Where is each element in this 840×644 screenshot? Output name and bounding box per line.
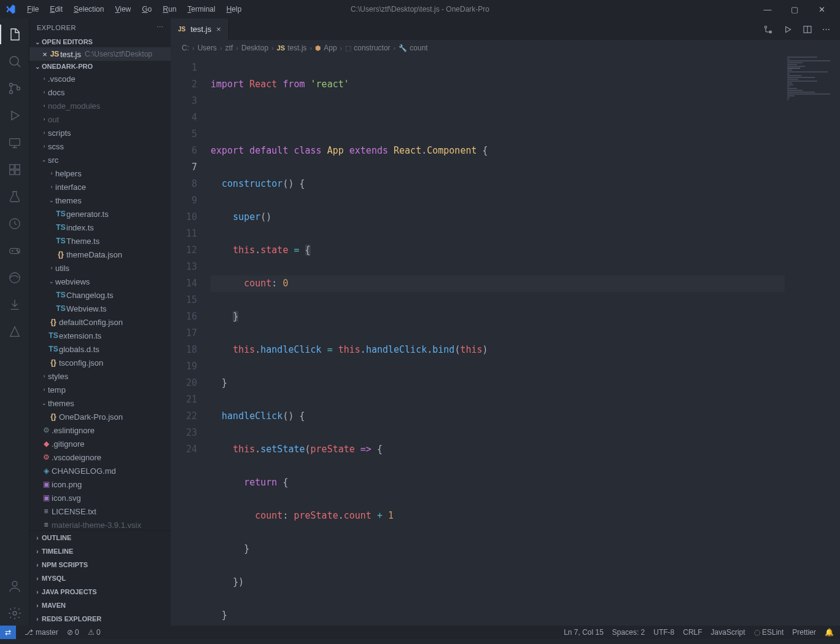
- language-mode[interactable]: JavaScript: [711, 628, 745, 637]
- tree-folder[interactable]: ⌄themes: [29, 194, 171, 207]
- breadcrumb-item[interactable]: C:: [182, 44, 189, 52]
- close-window-button[interactable]: ✕: [813, 5, 830, 14]
- extensions-icon[interactable]: [0, 157, 29, 182]
- section-timeline[interactable]: ›TIMELINE: [29, 544, 171, 558]
- section-mysql[interactable]: ›MYSQL: [29, 571, 171, 585]
- tree-file[interactable]: {}tsconfig.json: [29, 356, 171, 369]
- prettier-status[interactable]: Prettier: [792, 628, 816, 637]
- errors-count[interactable]: ⊘ 0: [67, 628, 79, 637]
- eslint-status[interactable]: ◌ ESLint: [754, 628, 784, 637]
- tree-file[interactable]: ≡material-theme-3.9.1.vsix: [29, 518, 171, 530]
- remote-icon[interactable]: [0, 130, 29, 155]
- indentation[interactable]: Spaces: 2: [612, 628, 645, 637]
- section-redis-explorer[interactable]: ›REDIS EXPLORER: [29, 612, 171, 626]
- split-editor-icon[interactable]: [803, 25, 812, 34]
- tree-folder[interactable]: ⌄webviews: [29, 275, 171, 288]
- breadcrumb-item[interactable]: ⬚constructor: [345, 44, 390, 52]
- git-branch[interactable]: ⎇ master: [25, 628, 58, 637]
- breadcrumb-item[interactable]: 🔧count: [399, 44, 427, 52]
- tree-file[interactable]: TSextension.ts: [29, 329, 171, 342]
- edge-icon[interactable]: [0, 265, 29, 290]
- tree-folder[interactable]: ›.vscode: [29, 72, 171, 85]
- menu-view[interactable]: View: [110, 2, 136, 16]
- sidebar-more-icon[interactable]: ⋯: [157, 23, 164, 31]
- close-tab-icon[interactable]: ×: [216, 25, 221, 34]
- tree-file[interactable]: ▣icon.svg: [29, 491, 171, 505]
- tree-folder[interactable]: ›utils: [29, 261, 171, 275]
- open-editors-header[interactable]: ⌄OPEN EDITORS: [29, 36, 171, 47]
- tree-file[interactable]: TSChangelog.ts: [29, 288, 171, 302]
- menu-edit[interactable]: Edit: [45, 2, 68, 16]
- notifications-bell-icon[interactable]: 🔔: [825, 628, 834, 637]
- tree-folder[interactable]: ›temp: [29, 383, 171, 396]
- accounts-icon[interactable]: [0, 574, 29, 599]
- tree-file[interactable]: ▣icon.png: [29, 477, 171, 491]
- maximize-button[interactable]: ▢: [786, 5, 803, 14]
- menu-run[interactable]: Run: [158, 2, 181, 16]
- tab-testjs[interactable]: JS test.js ×: [171, 18, 229, 40]
- breadcrumb-item[interactable]: Users: [198, 44, 217, 52]
- testing-icon[interactable]: [0, 184, 29, 209]
- tree-folder[interactable]: ›scripts: [29, 126, 171, 139]
- minimap[interactable]: [785, 53, 840, 626]
- tree-file[interactable]: ⚙.eslintignore: [29, 423, 171, 437]
- warnings-count[interactable]: ⚠ 0: [88, 628, 101, 637]
- pull-icon[interactable]: [0, 293, 29, 317]
- menu-file[interactable]: File: [22, 2, 44, 16]
- cursor-position[interactable]: Ln 7, Col 15: [564, 628, 604, 637]
- azure-icon[interactable]: [0, 320, 29, 344]
- workspace-header[interactable]: ⌄ONEDARK-PRO: [29, 61, 171, 72]
- remote-status-icon[interactable]: ⇄: [0, 626, 16, 639]
- close-file-icon[interactable]: ×: [41, 50, 49, 59]
- tree-file[interactable]: ◈CHANGELOG.md: [29, 464, 171, 477]
- tree-file[interactable]: ⚙.vscodeignore: [29, 450, 171, 464]
- section-outline[interactable]: ›OUTLINE: [29, 531, 171, 544]
- breadcrumb-item[interactable]: JStest.js: [277, 44, 307, 52]
- tree-file[interactable]: {}defaultConfig.json: [29, 315, 171, 329]
- tree-folder[interactable]: ⌄src: [29, 153, 171, 167]
- tree-folder[interactable]: ›node_modules: [29, 99, 171, 112]
- breadcrumb-item[interactable]: ⬢App: [315, 44, 336, 52]
- tree-folder[interactable]: ›scss: [29, 139, 171, 153]
- timeline-icon[interactable]: [0, 211, 29, 236]
- section-java-projects[interactable]: ›JAVA PROJECTS: [29, 585, 171, 599]
- run-file-icon[interactable]: [783, 25, 793, 34]
- menu-help[interactable]: Help: [222, 2, 247, 16]
- search-icon[interactable]: [0, 49, 29, 74]
- eol[interactable]: CRLF: [683, 628, 702, 637]
- menu-go[interactable]: Go: [137, 2, 157, 16]
- encoding[interactable]: UTF-8: [653, 628, 674, 637]
- tree-file[interactable]: TSglobals.d.ts: [29, 342, 171, 356]
- tree-file[interactable]: TSindex.ts: [29, 221, 171, 234]
- run-debug-icon[interactable]: [0, 103, 29, 128]
- menu-selection[interactable]: Selection: [69, 2, 109, 16]
- breadcrumb-item[interactable]: Desktop: [241, 44, 268, 52]
- menu-terminal[interactable]: Terminal: [182, 2, 220, 16]
- tree-file[interactable]: {}themeData.json: [29, 248, 171, 261]
- source-control-icon[interactable]: [0, 76, 29, 101]
- minimize-button[interactable]: —: [759, 5, 776, 14]
- settings-gear-icon[interactable]: [0, 601, 29, 626]
- tree-file[interactable]: {}OneDark-Pro.json: [29, 410, 171, 423]
- tree-folder[interactable]: ›docs: [29, 85, 171, 99]
- compare-changes-icon[interactable]: [763, 25, 773, 34]
- section-npm-scripts[interactable]: ›NPM SCRIPTS: [29, 558, 171, 571]
- code-content[interactable]: import React from 'react' export default…: [211, 53, 785, 626]
- breadcrumb-item[interactable]: ztf: [225, 44, 233, 52]
- tree-folder[interactable]: ›interface: [29, 180, 171, 194]
- code-editor[interactable]: 123456789101112131415161718192021222324 …: [171, 53, 840, 626]
- open-editor-item[interactable]: × JS test.js C:\Users\ztf\Desktop: [29, 47, 171, 61]
- explorer-icon[interactable]: [0, 22, 29, 47]
- tree-folder[interactable]: ⌄themes: [29, 396, 171, 410]
- tree-file[interactable]: ◆.gitignore: [29, 437, 171, 450]
- tree-folder[interactable]: ›styles: [29, 369, 171, 383]
- section-maven[interactable]: ›MAVEN: [29, 599, 171, 612]
- tree-folder[interactable]: ›out: [29, 112, 171, 126]
- tree-file[interactable]: ≡LICENSE.txt: [29, 505, 171, 518]
- more-actions-icon[interactable]: ⋯: [822, 25, 830, 34]
- tree-file[interactable]: TSgenerator.ts: [29, 207, 171, 221]
- tree-file[interactable]: TSWebview.ts: [29, 302, 171, 315]
- tree-folder[interactable]: ›helpers: [29, 167, 171, 180]
- game-icon[interactable]: [0, 238, 29, 263]
- tree-file[interactable]: TSTheme.ts: [29, 234, 171, 248]
